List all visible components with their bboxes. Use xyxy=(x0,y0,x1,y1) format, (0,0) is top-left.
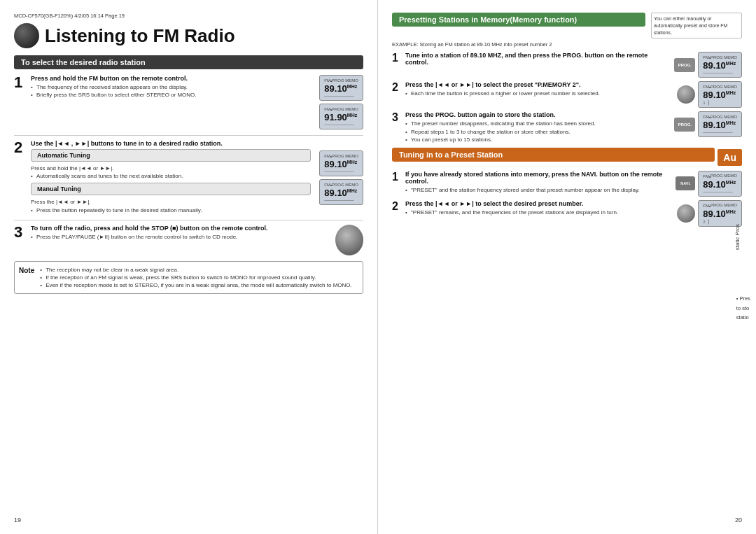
auto-bullet: Automatically scans and tunes to the nex… xyxy=(31,172,311,180)
step1-bullet2: Briefly press the SRS button to select e… xyxy=(31,91,311,99)
display-unit-1b: FM₂ PROG MEMO 91.90MHz ────────── xyxy=(319,104,363,129)
preset-step3-num: 3 xyxy=(392,111,402,124)
display-tuning-2: FM₂PROG MEMO 89.10MHz 2▕ xyxy=(698,200,742,227)
step1-container: 1 Press and hold the FM button on the re… xyxy=(14,75,363,129)
left-page: MCD-CF570(GB-F120%) 4/2/05 16:14 Page 19… xyxy=(0,0,378,534)
static-pros: static Pros xyxy=(734,224,741,250)
tuning-bar: Tuning in to a Preset Station xyxy=(392,148,715,162)
display-prog-b: PROG MEMO xyxy=(332,107,358,111)
display-preset-3: FM₂PROG MEMO 89.10MHz ────────── xyxy=(698,111,742,137)
au-label: Au xyxy=(718,149,742,166)
display-prog: PROG MEMO xyxy=(332,78,358,83)
display-fm-label: FM₂ xyxy=(324,78,332,83)
note-label: Note xyxy=(19,266,34,290)
step3-container: 3 To turn off the radio, press and hold … xyxy=(14,225,363,255)
tuning-step2-num: 2 xyxy=(392,200,402,213)
step3-bullet: Press the PLAY/PAUSE (►II) button on the… xyxy=(31,233,328,241)
navi-button: NAVI. xyxy=(676,176,695,190)
preset-step1: 1 Tune into a station of 89.10 MHZ, and … xyxy=(392,52,742,78)
page-number-left: 19 xyxy=(14,517,21,524)
au-bullets: • Pres to sto statio xyxy=(736,294,750,323)
note-section: Note The reception may not be clear in a… xyxy=(14,261,363,295)
preset-step2-bullet: Each time the button is pressed a higher… xyxy=(405,90,673,97)
display-unit-1a: FM₂ PROG MEMO 89.10MHz ────────── xyxy=(319,75,363,101)
step2-number: 2 xyxy=(14,140,27,155)
tuning-step1-title: If you have already stored stations into… xyxy=(405,171,668,185)
preset-step1-num: 1 xyxy=(392,52,402,64)
step1-bullet1: The frequency of the received station ap… xyxy=(31,83,311,91)
title-area: Listening to FM Radio xyxy=(14,23,363,48)
prog-button: PROG. xyxy=(674,58,695,72)
main-title: Listening to FM Radio xyxy=(45,25,235,47)
step3-content: To turn off the radio, press and hold th… xyxy=(31,225,363,255)
step3-number: 3 xyxy=(14,225,27,240)
remote-icon xyxy=(335,225,363,255)
display-freq-1a: 89.10MHz xyxy=(324,83,358,94)
right-note-box: You can either manually or automatically… xyxy=(651,13,742,38)
right-page: Presetting Stations in Memory(Memory fun… xyxy=(378,0,756,534)
au-bullet3: statio xyxy=(736,313,750,323)
note-content: The reception may not be clear in a weak… xyxy=(40,266,352,290)
step1-title: Press and hold the FM button on the remo… xyxy=(31,75,311,82)
display-unit-2b: FM₂PROG MEMO 89.10MHz ────────── xyxy=(319,179,363,205)
page-container: MCD-CF570(GB-F120%) 4/2/05 16:14 Page 19… xyxy=(0,0,756,534)
preset-step3-title: Press the PROG. button again to store th… xyxy=(405,111,667,118)
preset-step1-title: Tune into a station of 89.10 MHZ, and th… xyxy=(405,52,667,66)
display-preset-1: FM₂PROG MEMO 89.10MHz ────────── xyxy=(698,52,742,78)
preset-step3: 3 Press the PROG. button again to store … xyxy=(392,111,742,143)
tuning-step2: 2 Press the |◄◄ or ►►| to select the des… xyxy=(392,200,742,227)
display-unit-2a: FM₂PROG MEMO 89.10MHz ────────── xyxy=(319,150,363,176)
au-bullet1: • Pres xyxy=(736,294,750,304)
tuning-step2-bullet: "PRESET" remains, and the frequencies of… xyxy=(405,209,673,216)
tuning-step1: 1 If you have already stored stations in… xyxy=(392,171,742,197)
step3-title: To turn off the radio, press and hold th… xyxy=(31,225,328,232)
prog-button-2: PROG. xyxy=(674,118,695,132)
step1-content: Press and hold the FM button on the remo… xyxy=(31,75,363,129)
presetting-bar: Presetting Stations in Memory(Memory fun… xyxy=(392,13,645,27)
auto-tuning-text: Press and hold the |◄◄ or ►►|. xyxy=(31,164,311,172)
display-tuning-1: FM₂PROG MEMO 89.10MHz ────────── xyxy=(698,171,742,197)
preset-step2-title: Press the |◄◄ or ►►| to select the prese… xyxy=(405,81,673,88)
note-item-1: If the reception of an FM signal is weak… xyxy=(40,274,352,281)
note-item-2: Even if the reception mode is set to STE… xyxy=(40,281,352,289)
au-bullet2: to sto xyxy=(736,304,750,314)
section1-bar: To select the desired radio station xyxy=(14,55,363,69)
step2-container: 2 Use the |◄◄ , ►►| buttons to tune in t… xyxy=(14,140,363,214)
display-preset-2: FM₂PROG MEMO 89.10MHz 1▕ xyxy=(698,81,742,108)
manual-bullet: Press the button repeatedly to tune in t… xyxy=(31,206,311,214)
select-btn-icon xyxy=(677,85,695,104)
preset-step2-num: 2 xyxy=(392,81,402,94)
example-line: EXAMPLE: Storing an FM station at 89.10 … xyxy=(392,41,742,48)
note-item-0: The reception may not be clear in a weak… xyxy=(40,266,352,274)
step2-title: Use the |◄◄ , ►►| buttons to tune in to … xyxy=(31,140,363,147)
tuning-step1-bullet: "PRESET" and the station frequency store… xyxy=(405,186,668,194)
step2-content: Use the |◄◄ , ►►| buttons to tune in to … xyxy=(31,140,363,214)
display-bottom-1b: ────────── xyxy=(324,122,358,127)
select-btn-icon2 xyxy=(677,204,695,223)
auto-tuning-label: Automatic Tuning xyxy=(31,149,311,162)
display-freq-1b: 91.90MHz xyxy=(324,112,358,122)
page-number-right: 20 xyxy=(735,517,742,524)
speaker-icon xyxy=(14,23,39,48)
tuning-step1-num: 1 xyxy=(392,171,402,183)
preset-step2: 2 Press the |◄◄ or ►►| to select the pre… xyxy=(392,81,742,108)
page-meta: MCD-CF570(GB-F120%) 4/2/05 16:14 Page 19 xyxy=(14,13,363,19)
preset-step3-b0: The preset number disappears, indicating… xyxy=(405,120,667,127)
display-fm-label-b: FM₂ xyxy=(324,106,332,111)
manual-tuning-text: Press the |◄◄ or ►►|. xyxy=(31,198,311,206)
tuning-step2-title: Press the |◄◄ or ►►| to select the desir… xyxy=(405,200,673,207)
display-bottom-1a: ────────── xyxy=(324,94,358,98)
preset-step3-b2: You can preset up to 15 stations. xyxy=(405,136,667,143)
step1-number: 1 xyxy=(14,75,27,90)
manual-tuning-label: Manual Tuning xyxy=(31,183,311,195)
preset-step3-b1: Repeat steps 1 to 3 to change the statio… xyxy=(405,128,667,136)
